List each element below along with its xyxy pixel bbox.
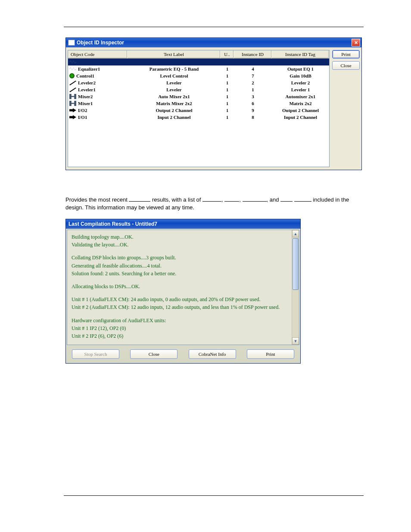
cell-code: Leveler1 <box>78 87 96 92</box>
inspector-body: Object Code Text Label U.. Instance ID I… <box>66 47 361 170</box>
window-title: Last Compilation Results - Untitled7 <box>68 221 157 227</box>
result-line: Unit # 2 (AudiaFLEX CM): 12 audio inputs… <box>72 304 287 311</box>
close-icon[interactable]: ✕ <box>352 39 360 47</box>
table-row[interactable]: I/O2Output 2 Channel19Output 2 Channel <box>68 107 329 114</box>
cell-instance: 2 <box>234 80 272 85</box>
cell-code: Mixer1 <box>78 101 93 106</box>
cell-label: Output 2 Channel <box>128 108 221 113</box>
eq-icon <box>69 66 76 72</box>
table-row[interactable]: I/O1Input 2 Channel18Input 2 Channel <box>68 114 329 121</box>
cell-tag: Leveler 1 <box>272 87 329 92</box>
lvl-icon <box>69 87 76 92</box>
cell-code: I/O2 <box>78 108 87 113</box>
table-row[interactable] <box>68 59 329 65</box>
titlebar[interactable]: Last Compilation Results - Untitled7 <box>66 219 300 229</box>
app-icon <box>68 40 75 45</box>
cell-tag: Automixer 2x1 <box>272 94 329 99</box>
titlebar[interactable]: Object ID Inspector ✕ <box>66 38 361 47</box>
result-line: Building topology map....OK. <box>72 233 287 240</box>
window-title: Object ID Inspector <box>77 40 124 46</box>
stop-search-button[interactable]: Stop Search <box>72 349 119 359</box>
para-text: Provides the most recent <box>65 196 129 203</box>
blank-2 <box>202 196 221 202</box>
table-row[interactable]: Mixer2Auto Mixer 2x113Automixer 2x1 <box>68 93 329 100</box>
result-line: Hardware configuration of AudiaFLEX unit… <box>72 317 287 324</box>
scroll-down-icon[interactable]: ▼ <box>292 337 299 345</box>
blank-3 <box>224 196 239 202</box>
results-buttons: Stop Search Close CobraNet Info Print <box>66 346 300 363</box>
col-text-label[interactable]: Text Label <box>128 50 221 58</box>
results-text: Building topology map....OK.Validating t… <box>67 230 292 345</box>
result-line: Generating all feasible allocations....4… <box>72 262 287 269</box>
col-instance-tag[interactable]: Instance ID Tag <box>272 50 329 58</box>
cell-unit: 1 <box>221 73 234 78</box>
para-text: , <box>239 196 242 203</box>
cell-label: Input 2 Channel <box>128 115 221 120</box>
description-paragraph: Provides the most recent results, with a… <box>65 196 362 211</box>
object-id-inspector-window: Object ID Inspector ✕ Object Code Text L… <box>65 37 362 170</box>
cell-instance: 4 <box>234 66 272 72</box>
blank-5 <box>280 196 293 202</box>
cell-tag: Output EQ 1 <box>272 66 329 72</box>
scroll-up-icon[interactable]: ▲ <box>292 230 299 237</box>
cobranet-info-button[interactable]: CobraNet Info <box>189 349 236 359</box>
cell-code: Leveler2 <box>78 80 96 85</box>
col-unit[interactable]: U.. <box>221 50 234 58</box>
table-header: Object Code Text Label U.. Instance ID I… <box>68 50 329 59</box>
cell-unit: 1 <box>221 108 234 113</box>
io-icon <box>69 108 76 113</box>
cell-label: Leveler <box>128 80 221 85</box>
eq-icon <box>69 59 76 65</box>
scroll-thumb[interactable] <box>293 238 299 290</box>
print-button[interactable]: Print <box>332 50 360 59</box>
table-row[interactable]: Leveler2Leveler12Leveler 2 <box>68 79 329 86</box>
top-rule <box>64 27 364 27</box>
object-table: Object Code Text Label U.. Instance ID I… <box>68 50 330 167</box>
cell-code: Mixer2 <box>78 94 93 99</box>
para-text: , <box>221 196 224 203</box>
col-instance-id[interactable]: Instance ID <box>234 50 272 58</box>
cell-unit: 1 <box>221 87 234 92</box>
para-text: , and <box>267 196 281 203</box>
cell-tag: Gain 10dB <box>272 73 329 78</box>
cell-instance: 1 <box>234 87 272 92</box>
result-line: Unit # 1 (AudiaFLEX CM): 24 audio inputs… <box>72 296 287 303</box>
blank-6 <box>294 196 311 202</box>
table-row[interactable]: Leveler1Leveler11Leveler 1 <box>68 86 329 93</box>
table-row[interactable]: Mixer1Matrix Mixer 2x216Matrix 2x2 <box>68 100 329 107</box>
table-rows: Equalizer1Parametric EQ - 5 Band14Output… <box>68 59 329 167</box>
compilation-results-window: Last Compilation Results - Untitled7 Bui… <box>65 219 301 364</box>
mix-icon <box>69 101 76 106</box>
blank-1 <box>129 196 150 202</box>
cell-tag: Output 2 Channel <box>272 108 329 113</box>
blank-4 <box>243 196 267 202</box>
print-button[interactable]: Print <box>247 349 294 359</box>
result-line: Solution found: 2 units. Searching for a… <box>72 270 287 277</box>
cell-label: Leveler <box>128 87 221 92</box>
col-object-code[interactable]: Object Code <box>68 50 128 58</box>
scroll-track[interactable] <box>292 237 299 337</box>
cell-unit: 1 <box>221 66 234 72</box>
cell-unit: 1 <box>221 115 234 120</box>
ctrl-icon <box>69 73 75 78</box>
results-scroll-area: Building topology map....OK.Validating t… <box>67 230 299 345</box>
close-button[interactable]: Close <box>130 349 177 359</box>
table-row[interactable]: Control1Level Control17Gain 10dB <box>68 72 329 79</box>
cell-instance: 9 <box>234 108 272 113</box>
close-button[interactable]: Close <box>332 61 360 70</box>
mix-icon <box>69 94 76 99</box>
cell-instance: 6 <box>234 101 272 106</box>
cell-code: Control1 <box>76 73 94 78</box>
cell-unit: 1 <box>221 80 234 85</box>
bottom-rule <box>64 495 364 496</box>
para-text: results, with a list of <box>150 196 202 203</box>
result-line: Collating DSP blocks into groups....3 gr… <box>72 254 287 261</box>
scrollbar[interactable]: ▲ ▼ <box>292 230 299 345</box>
cell-tag: Matrix 2x2 <box>272 101 329 106</box>
cell-unit: 1 <box>221 94 234 99</box>
cell-unit: 1 <box>221 101 234 106</box>
result-line: Validating the layout....OK. <box>72 241 287 248</box>
result-line: Unit # 1 IP2 (12), OP2 (0) <box>72 325 287 332</box>
table-row[interactable]: Equalizer1Parametric EQ - 5 Band14Output… <box>68 65 329 72</box>
cell-label: Matrix Mixer 2x2 <box>128 101 221 106</box>
